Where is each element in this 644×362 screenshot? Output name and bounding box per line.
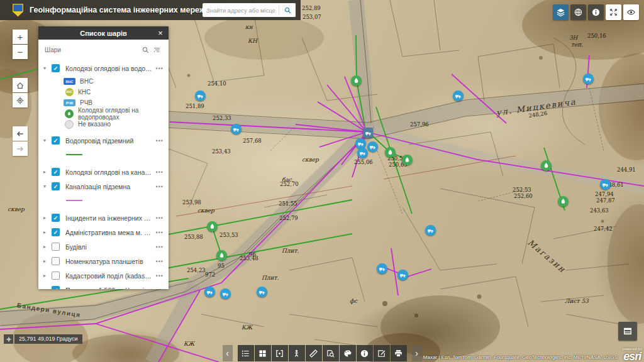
selected-node-marker[interactable]	[363, 128, 373, 138]
water-manhole-marker[interactable]	[402, 155, 413, 165]
expand-icon	[609, 8, 618, 17]
layer-menu-button[interactable]: •••	[156, 287, 164, 290]
map-annotation: 247,94	[595, 191, 614, 197]
basemap-gallery-button[interactable]	[255, 345, 271, 361]
about-button[interactable]	[357, 345, 373, 361]
sewer-manhole-marker[interactable]	[377, 263, 387, 274]
query-button[interactable]	[323, 345, 339, 361]
search-input[interactable]	[203, 7, 279, 14]
home-button[interactable]	[13, 78, 28, 92]
layer-menu-button[interactable]: •••	[156, 273, 164, 279]
expand-arrow-icon[interactable]: ▸	[43, 258, 51, 264]
bookmark-button[interactable]	[272, 345, 288, 361]
layer-checkbox[interactable]: ✓	[52, 228, 60, 236]
basemap-icon	[574, 8, 583, 17]
layer-checkbox[interactable]: ✓	[52, 182, 60, 190]
back-icon	[16, 129, 25, 138]
layer-list-button[interactable]	[553, 4, 569, 20]
sewer-manhole-marker[interactable]	[195, 90, 206, 101]
toolbar-scroll-right-button[interactable]: ›	[412, 345, 422, 361]
layer-menu-button[interactable]: •••	[156, 184, 164, 190]
search-button[interactable]	[279, 3, 296, 17]
sewer-manhole-marker[interactable]	[397, 270, 408, 280]
sewer-manhole-marker[interactable]	[231, 124, 242, 134]
sewer-manhole-marker[interactable]	[204, 287, 215, 297]
sewer-manhole-marker[interactable]	[453, 90, 464, 101]
crosshair-icon[interactable]	[4, 334, 13, 344]
draw-button[interactable]	[340, 345, 356, 361]
print-button[interactable]	[391, 345, 407, 361]
info-button[interactable]	[588, 4, 604, 20]
layer-menu-button[interactable]: •••	[156, 138, 164, 144]
toolbar-scroll-left-button[interactable]: ‹	[223, 345, 233, 361]
map-annotation: 247,87	[596, 197, 615, 204]
layer-checkbox[interactable]: ✓	[52, 214, 60, 222]
sewer-manhole-marker[interactable]	[357, 148, 368, 158]
collapse-arrow-icon[interactable]: ▾	[43, 138, 51, 143]
legend-button[interactable]	[238, 345, 254, 361]
expand-arrow-icon[interactable]: ▸	[43, 287, 51, 289]
layer-menu-button[interactable]: •••	[156, 65, 164, 72]
water-manhole-marker[interactable]	[385, 147, 396, 158]
legend-label: Колодязі оглядові на водопроводах	[78, 107, 169, 121]
search-box	[203, 3, 296, 17]
water-manhole-marker[interactable]	[541, 160, 552, 171]
sewer-manhole-marker[interactable]	[600, 179, 611, 190]
layer-menu-button[interactable]: •••	[156, 244, 164, 250]
layer-checkbox[interactable]: ✓	[52, 168, 60, 176]
attribute-table-button[interactable]	[618, 322, 637, 341]
default-extent-button[interactable]	[606, 4, 621, 20]
sewer-manhole-marker[interactable]	[425, 225, 436, 236]
streetview-button[interactable]	[289, 345, 305, 361]
layer-menu-button[interactable]: •••	[156, 258, 164, 265]
coordinate-readout: 25,791 49,019 Градуси	[14, 334, 82, 344]
layer-label: Каналізація підземна	[65, 183, 153, 190]
sewer-manhole-marker[interactable]	[220, 288, 231, 299]
layer-checkbox[interactable]	[52, 272, 60, 280]
water-manhole-marker[interactable]	[351, 75, 362, 86]
layer-filter-icon[interactable]	[151, 44, 162, 55]
expand-arrow-icon[interactable]: ▸	[43, 215, 51, 221]
next-extent-button[interactable]	[13, 141, 28, 156]
locate-icon	[16, 96, 25, 105]
layer-menu-button[interactable]: •••	[156, 215, 164, 221]
water-manhole-symbol	[65, 109, 74, 118]
expand-arrow-icon[interactable]: ▸	[43, 229, 51, 235]
layer-checkbox[interactable]: ✓	[52, 64, 60, 72]
basemap-gallery-toggle-button[interactable]	[570, 4, 586, 20]
layer-menu-button[interactable]: •••	[156, 169, 164, 175]
water-manhole-marker[interactable]	[207, 221, 218, 232]
edit-button[interactable]	[374, 345, 390, 361]
layer-checkbox[interactable]: ✓	[52, 286, 60, 289]
zoom-in-button[interactable]: +	[13, 30, 28, 44]
expand-arrow-icon[interactable]: ▸	[43, 169, 51, 175]
layer-checkbox[interactable]	[52, 257, 60, 265]
layer-checkbox[interactable]: ✓	[52, 136, 60, 145]
layer-checkbox[interactable]	[52, 243, 60, 251]
panel-close-button[interactable]: ×	[155, 26, 166, 40]
collapse-arrow-icon[interactable]: ▾	[43, 184, 51, 189]
visibility-button[interactable]	[623, 4, 639, 20]
layer-list-panel: Список шарів × Шари ▾✓Колодязі оглядові …	[38, 26, 169, 289]
expand-arrow-icon[interactable]: ▸	[43, 244, 51, 250]
collapse-arrow-icon[interactable]: ▾	[43, 65, 51, 71]
sewer-manhole-marker[interactable]	[583, 74, 594, 84]
expand-arrow-icon[interactable]: ▸	[43, 273, 51, 278]
layer-menu-button[interactable]: •••	[156, 229, 164, 236]
my-location-button[interactable]	[13, 93, 28, 107]
zoom-out-button[interactable]: −	[13, 45, 28, 59]
layer-label: Інциденти на інженерних мережах	[65, 214, 153, 222]
sewer-manhole-marker[interactable]	[257, 287, 267, 297]
measurement-button[interactable]	[306, 345, 322, 361]
previous-extent-button[interactable]	[13, 126, 28, 141]
legend-label: РЧВ	[80, 99, 92, 106]
layer-search-icon[interactable]	[140, 44, 151, 55]
layer-row: ▸✓Адміністративна межа м. Чортків•••	[38, 225, 169, 239]
water-manhole-marker[interactable]	[558, 196, 569, 207]
map-annotation: 96	[249, 251, 256, 258]
map-annotation: 244,91	[617, 167, 636, 173]
water-manhole-marker[interactable]	[216, 250, 227, 261]
sewer-manhole-marker[interactable]	[367, 141, 378, 152]
layer-legend	[64, 194, 169, 207]
panel-subheader: Шари	[38, 40, 169, 60]
